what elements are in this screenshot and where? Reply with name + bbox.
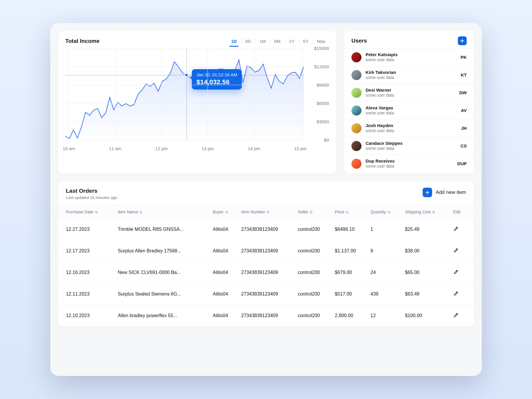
user-sub: some user data	[366, 164, 457, 169]
range-5d[interactable]: 5D	[242, 38, 254, 45]
range-1m[interactable]: 1M	[256, 38, 269, 45]
range-5y[interactable]: 5Y	[299, 38, 312, 45]
col-item-name[interactable]: Item Name	[115, 205, 210, 219]
cell: 12.27.2023	[58, 219, 115, 240]
avatar	[351, 88, 361, 98]
user-sub: some user data	[366, 111, 461, 116]
cell: control200	[295, 305, 332, 327]
cell: Surplus Allen Bradley 17568...	[115, 240, 210, 262]
user-row[interactable]: Josh Haydensome user dataJH	[344, 119, 474, 137]
user-sub: some user data	[366, 75, 461, 80]
cell: Alitis04	[210, 305, 238, 327]
cell: 27343839123409	[238, 219, 295, 240]
cell: 27343839123409	[238, 283, 295, 305]
cell: $679.00	[332, 262, 368, 283]
sort-icon	[309, 210, 313, 214]
col-item-number[interactable]: Item Number	[238, 205, 295, 219]
sort-icon	[139, 210, 143, 214]
range-1y[interactable]: 1Y	[286, 38, 298, 45]
cell: $63.49	[402, 283, 450, 305]
avatar	[351, 52, 361, 62]
col-purchase-date[interactable]: Purchase Date	[58, 205, 115, 219]
range-6m[interactable]: 6M	[271, 38, 284, 45]
y-tick: $3000	[317, 119, 329, 124]
user-initials: CS	[460, 143, 467, 148]
cell: New SICK CLV691-0000 Ba...	[115, 262, 210, 283]
add-user-button[interactable]	[458, 36, 467, 45]
user-row[interactable]: Candace Steppessome user dataCS	[344, 137, 474, 155]
user-initials: PK	[460, 55, 467, 60]
avatar	[351, 70, 361, 80]
range-1d[interactable]: 1D	[228, 38, 240, 45]
user-row[interactable]: Desi Warnersome user dataDW	[344, 84, 474, 101]
cell: 12.16.2023	[58, 262, 115, 283]
sort-icon	[95, 210, 98, 214]
cell: 24	[368, 262, 402, 283]
col-quantity[interactable]: Quantity	[368, 205, 402, 219]
cell: control200	[295, 283, 332, 305]
user-name: Alexa Vargas	[366, 105, 461, 111]
cell: 27343839123409	[238, 262, 295, 283]
dashboard-frame: Total Income 1D5D1M6M1Y5YMax Jan 30, 01:…	[50, 23, 482, 376]
sort-icon	[387, 210, 391, 214]
edit-button[interactable]	[453, 312, 459, 318]
cell: Trimble MODEL R8S GNSSA...	[115, 219, 210, 240]
cell: control200	[295, 240, 332, 262]
col-seller[interactable]: Seller	[295, 205, 332, 219]
y-tick: $0	[324, 137, 329, 142]
x-tick: 13 pm	[202, 146, 214, 151]
user-row[interactable]: Kirk Takvoriansome user dataKT	[344, 66, 474, 84]
edit-button[interactable]	[453, 247, 459, 253]
edit-button[interactable]	[453, 269, 459, 275]
user-name: Kirk Takvorian	[366, 70, 461, 75]
user-row[interactable]: Dup Receivessome user dataDUP	[344, 155, 474, 172]
plus-icon	[425, 190, 430, 195]
user-sub: some user data	[366, 57, 460, 62]
cell: Alitis04	[210, 283, 238, 305]
sort-icon	[225, 210, 228, 214]
cell: $65.00	[402, 262, 450, 283]
table-row: 12.17.2023Surplus Allen Bradley 17568...…	[58, 240, 474, 262]
user-row[interactable]: Peter Katsiapissome user dataPK	[344, 48, 474, 66]
y-tick: $6000	[317, 101, 329, 106]
user-row[interactable]: Alexa Vargassome user dataAV	[344, 101, 474, 119]
col-shipping-cost[interactable]: Shipping Cost	[402, 205, 450, 219]
y-tick: $9000	[317, 82, 329, 87]
x-tick: 11 am	[109, 146, 121, 151]
col-price[interactable]: Price	[332, 205, 368, 219]
user-initials: JH	[461, 126, 467, 131]
sort-icon	[266, 210, 270, 214]
avatar	[351, 159, 361, 169]
range-max[interactable]: Max	[314, 38, 329, 45]
x-tick: 15 pm	[294, 146, 306, 151]
user-name: Desi Warner	[366, 87, 459, 93]
col-buyer[interactable]: Buyer	[210, 205, 238, 219]
cell: Allen bradley powerflex 55...	[115, 305, 210, 327]
col-edit[interactable]: Edit	[450, 205, 474, 219]
chart-range-selector: 1D5D1M6M1Y5YMax	[228, 37, 329, 45]
tooltip-timestamp: Jan 30, 01:12:16 AM	[197, 72, 237, 77]
cell: 27343839123409	[238, 305, 295, 327]
user-sub: some user data	[366, 146, 460, 151]
cell: 439	[368, 283, 402, 305]
edit-button[interactable]	[453, 291, 459, 296]
add-item-button[interactable]: Add new item	[423, 188, 466, 197]
cell: 1	[368, 219, 402, 240]
user-sub: some user data	[366, 93, 459, 98]
chart-body[interactable]: Jan 30, 01:12:16 AM $14,032.56 $15000$12…	[65, 48, 329, 155]
cell: $25.49	[402, 219, 450, 240]
user-initials: DW	[459, 90, 467, 95]
cell: $1,137.00	[332, 240, 368, 262]
add-item-label: Add new item	[436, 189, 466, 195]
cell: Surplus Sealed Siemens 6G...	[115, 283, 210, 305]
cell: Alitis04	[210, 262, 238, 283]
edit-button[interactable]	[453, 226, 459, 232]
users-card: Users Peter Katsiapissome user dataPKKir…	[344, 31, 474, 174]
sort-icon	[346, 210, 349, 214]
cell: 8	[368, 240, 402, 262]
avatar	[351, 123, 361, 133]
x-tick: 10 am	[63, 146, 75, 151]
y-tick: $15000	[314, 46, 329, 51]
chart-title: Total Income	[65, 38, 100, 44]
plus-icon	[460, 38, 465, 43]
